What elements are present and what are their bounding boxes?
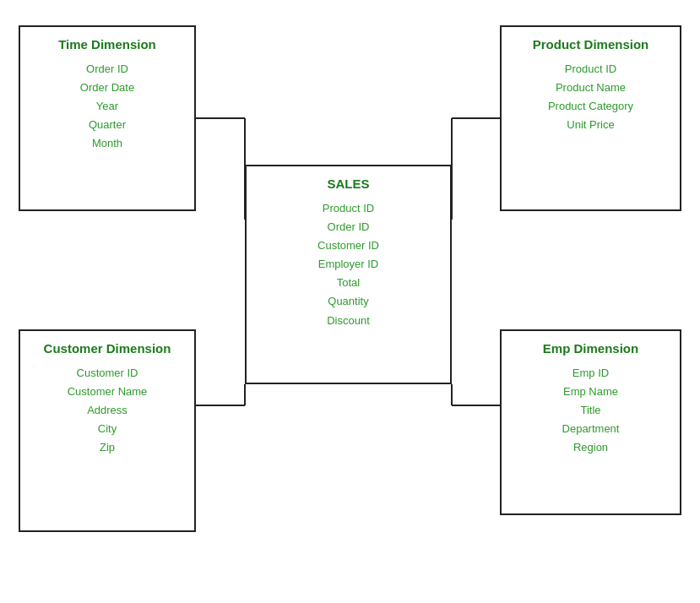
sales-field-7: Discount <box>247 312 450 330</box>
customer-field-5: Zip <box>20 438 194 457</box>
emp-field-5: Region <box>502 438 680 457</box>
product-field-3: Product Category <box>502 97 680 116</box>
time-dimension-title: Time Dimension <box>20 27 194 52</box>
product-field-1: Product ID <box>502 60 680 79</box>
emp-dimension-box: Emp Dimension Emp ID Emp Name Title Depa… <box>500 329 681 515</box>
diagram-container: Time Dimension Order ID Order Date Year … <box>0 0 700 603</box>
time-field-2: Order Date <box>20 79 194 97</box>
time-field-4: Quarter <box>20 116 194 134</box>
customer-dimension-fields: Customer ID Customer Name Address City Z… <box>20 364 194 467</box>
emp-field-4: Department <box>502 420 680 438</box>
time-field-5: Month <box>20 134 194 153</box>
time-dimension-box: Time Dimension Order ID Order Date Year … <box>19 25 196 211</box>
customer-field-4: City <box>20 420 194 438</box>
customer-dimension-box: Customer Dimension Customer ID Customer … <box>19 329 196 532</box>
customer-dimension-title: Customer Dimension <box>20 331 194 356</box>
sales-field-6: Quantity <box>247 292 450 311</box>
product-dimension-box: Product Dimension Product ID Product Nam… <box>500 25 681 211</box>
emp-dimension-fields: Emp ID Emp Name Title Department Region <box>502 364 680 467</box>
emp-field-2: Emp Name <box>502 383 680 401</box>
sales-fact-box: SALES Product ID Order ID Customer ID Em… <box>245 165 452 384</box>
product-dimension-title: Product Dimension <box>502 27 680 52</box>
sales-field-2: Order ID <box>247 218 450 236</box>
time-field-3: Year <box>20 97 194 116</box>
sales-field-3: Customer ID <box>247 236 450 255</box>
customer-field-1: Customer ID <box>20 364 194 383</box>
time-dimension-fields: Order ID Order Date Year Quarter Month <box>20 60 194 163</box>
sales-field-1: Product ID <box>247 199 450 218</box>
product-field-4: Unit Price <box>502 116 680 134</box>
sales-field-4: Employer ID <box>247 255 450 274</box>
sales-fact-title: SALES <box>247 166 450 191</box>
emp-field-3: Title <box>502 401 680 420</box>
emp-dimension-title: Emp Dimension <box>502 331 680 356</box>
customer-field-3: Address <box>20 401 194 420</box>
sales-fact-fields: Product ID Order ID Customer ID Employer… <box>247 199 450 340</box>
emp-field-1: Emp ID <box>502 364 680 383</box>
time-field-1: Order ID <box>20 60 194 79</box>
product-field-2: Product Name <box>502 79 680 97</box>
customer-field-2: Customer Name <box>20 383 194 401</box>
product-dimension-fields: Product ID Product Name Product Category… <box>502 60 680 144</box>
sales-field-5: Total <box>247 274 450 292</box>
